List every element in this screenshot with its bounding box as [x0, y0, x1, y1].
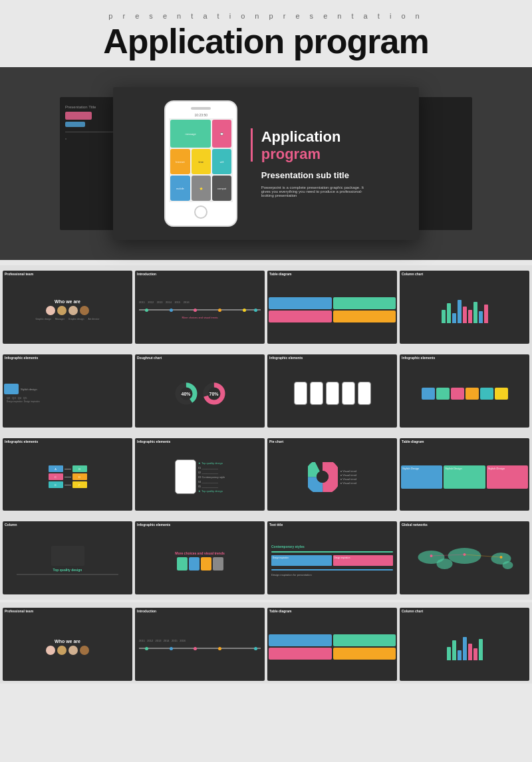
bar-6 [468, 310, 472, 323]
thumb-professional-team[interactable]: Professional team Who we are Graphic des… [3, 271, 132, 344]
mini-phone-3 [326, 382, 339, 405]
thumb-introduction-2[interactable]: Introduction 2011 2012 2013 2014 2015 20… [135, 608, 265, 681]
bar-5 [463, 307, 467, 323]
mini-phone-5 [358, 382, 371, 405]
thumb-column[interactable]: Column Top quality design [3, 521, 132, 594]
infograph-box-3 [451, 388, 464, 400]
header-title: Application program [0, 23, 532, 61]
thumb-label-7: Infographic elements [267, 354, 397, 360]
thumb-table-diagram-3[interactable]: Table diagram [267, 608, 397, 681]
thumb-label-20: Column chart [400, 608, 529, 613]
hero-description: Powerpoint is a complete presentation gr… [261, 186, 368, 197]
thumb-label-6: Doughnut chart [135, 354, 265, 360]
infograph-box-5 [480, 388, 493, 400]
connector-diagram: A B C D E F [4, 465, 131, 488]
thumb-table-diagram-2[interactable]: Table diagram Stylish Design Stylish Des… [400, 438, 529, 511]
infograph-boxes [422, 388, 508, 400]
thumb-label-2: Introduction [135, 271, 265, 276]
thumbnail-grid-row4: Column Top quality design Infographic el… [0, 516, 532, 600]
thumb-label-18: Introduction [135, 608, 265, 613]
thumbnail-grid-row1: Professional team Who we are Graphic des… [0, 265, 532, 349]
thumb-label-10: Infographic elements [135, 438, 265, 444]
thumb-label-13: Column [3, 521, 132, 527]
donut-2: 70% [202, 382, 226, 406]
donut-1: 40% [174, 382, 198, 406]
thumb-infographic-3[interactable]: Infographic elements [400, 354, 529, 428]
timeline-dot-1 [145, 309, 148, 312]
thumb-professional-team-2[interactable]: Professional team Who we are [3, 608, 132, 681]
thumb-label-1: Professional team [3, 271, 132, 276]
hero-app-title: Applicationprogram [261, 128, 368, 164]
thumb-label-16: Global networks [400, 521, 529, 527]
thumb-label-17: Professional team [3, 608, 132, 613]
face-b3 [68, 646, 78, 655]
text-slide: Contemporary styles Design inspiration D… [269, 545, 396, 576]
bar-3 [452, 313, 456, 323]
hero-main-slide: 10:23:50 message 💬 Internet time wifi mo… [113, 87, 419, 240]
timeline-dot-4 [218, 309, 221, 312]
timeline-dot-3 [194, 309, 197, 312]
pie-wrapper: ● Visual trend ● Visual trend ● Visual t… [308, 462, 357, 492]
hero-presentation-subtitle: Presentation sub title [261, 170, 368, 180]
timeline-dot-6 [254, 309, 257, 312]
thumb-introduction[interactable]: Introduction 2011 2012 2013 2014 2015 20… [135, 271, 265, 344]
thumb-doughnut[interactable]: Doughnut chart 40% 70% [135, 354, 265, 428]
thumb-infographic-connectors[interactable]: Infographic elements A B C D E F [3, 438, 132, 511]
infograph-box-6 [495, 388, 508, 400]
timeline-line [139, 309, 261, 311]
thumb-label-11: Pie chart [267, 438, 397, 444]
thumb-column-chart[interactable]: Column chart [400, 271, 529, 344]
choice-box-2 [189, 557, 200, 571]
thumb-global-networks[interactable]: Global networks [400, 521, 529, 594]
thumb-label-12: Table diagram [400, 438, 529, 444]
thumb-column-chart-2[interactable]: Column chart [400, 608, 529, 681]
mini-phone-4 [342, 382, 355, 405]
team-who-text: Who we are [55, 299, 80, 304]
donut-wrapper: 40% 70% [174, 382, 226, 406]
team-faces-2 [46, 646, 89, 655]
thumbnail-grid-row2: Infographic elements Stylish design Q2 Q… [0, 349, 532, 433]
thumb-more-choices[interactable]: Infographic elements More choices and vi… [135, 521, 265, 594]
mini-phone-1 [294, 382, 307, 405]
infograph-box-2 [436, 388, 450, 400]
thumb-label-19: Table diagram [267, 608, 397, 613]
face-b1 [46, 646, 55, 655]
thumb-label-9: Infographic elements [3, 438, 132, 444]
thumb-table-diagram[interactable]: Table diagram [267, 271, 397, 344]
thumbnail-grid-row5: Professional team Who we are Introductio… [0, 602, 532, 684]
hero-text: Applicationprogram Presentation sub titl… [251, 128, 367, 199]
thumb-text-title[interactable]: Text title Contemporary styles Design in… [267, 521, 397, 594]
face-2 [57, 306, 66, 315]
face-4 [80, 306, 89, 315]
thumb-label-4: Column chart [400, 271, 529, 276]
hero-section: Presentation Title n 10:23:50 message 💬 … [0, 67, 532, 260]
thumb-infographic-1[interactable]: Infographic elements Stylish design Q2 Q… [3, 354, 132, 428]
page-header: p r e s e n t a t i o n p r e s e n t a … [0, 0, 532, 67]
choice-box-1 [177, 557, 188, 571]
phone-home-button [194, 205, 207, 219]
phone-mockup: 10:23:50 message 💬 Internet time wifi mo… [164, 100, 237, 227]
thumb-infographic-phone[interactable]: Infographic elements ★ Top quality desig… [135, 438, 265, 511]
thumb-label-14: Infographic elements [135, 521, 265, 527]
svg-point-11 [503, 561, 513, 569]
timeline-dot-2 [170, 309, 173, 312]
bar-7 [473, 302, 477, 323]
face-b4 [80, 646, 89, 655]
svg-point-7 [317, 471, 329, 483]
face-1 [46, 306, 55, 315]
world-map-svg [401, 544, 528, 577]
phone-speaker [191, 107, 211, 110]
phone-screen: message 💬 Internet time wifi mobile ⭐ co… [169, 118, 233, 202]
bar-chart-1 [442, 297, 488, 323]
infograph-box-1 [422, 388, 435, 400]
mini-phone-2 [310, 382, 323, 405]
choice-box-4 [213, 557, 223, 571]
bar-9 [484, 305, 488, 323]
thumb-infographic-2[interactable]: Infographic elements [267, 354, 397, 428]
svg-point-12 [437, 559, 453, 569]
bar-8 [479, 311, 483, 323]
thumb-label-8: Infographic elements [400, 354, 529, 360]
thumb-label-5: Infographic elements [3, 354, 132, 360]
bar-4 [458, 300, 462, 323]
thumb-pie-chart[interactable]: Pie chart ● Visual trend ● Visual trend … [267, 438, 397, 511]
